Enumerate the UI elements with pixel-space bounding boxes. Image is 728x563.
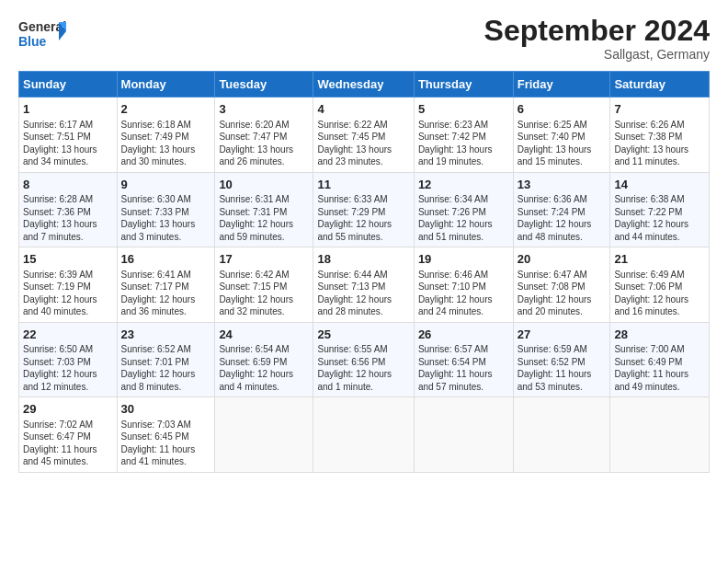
day-info-line: Daylight: 13 hours — [317, 144, 409, 156]
day-number: 30 — [121, 401, 211, 418]
day-number: 4 — [317, 101, 409, 118]
day-info-line: Sunrise: 6:36 AM — [518, 193, 607, 206]
day-info-line: Sunrise: 6:46 AM — [418, 269, 509, 282]
day-info-line: Sunrise: 6:18 AM — [121, 119, 211, 132]
day-info-line: and 44 minutes. — [614, 231, 705, 244]
day-info-line: Sunset: 7:22 PM — [614, 206, 705, 219]
day-info-line: Sunrise: 7:03 AM — [121, 419, 211, 431]
day-info-line: Sunrise: 6:23 AM — [418, 119, 509, 132]
day-info-line: Daylight: 11 hours — [23, 443, 113, 456]
day-info-line: Sunset: 7:13 PM — [317, 281, 409, 293]
day-info-line: Daylight: 13 hours — [418, 144, 509, 156]
table-cell: 25Sunrise: 6:55 AMSunset: 6:56 PMDayligh… — [313, 322, 414, 397]
day-number: 15 — [23, 251, 113, 268]
day-info-line: and 23 minutes. — [317, 155, 409, 168]
day-info-line: Sunset: 7:49 PM — [121, 131, 211, 144]
day-info-line: Sunrise: 6:59 AM — [518, 343, 607, 356]
day-info-line: Daylight: 12 hours — [219, 218, 309, 231]
day-info-line: and 53 minutes. — [518, 381, 607, 394]
day-info-line: Sunset: 7:40 PM — [518, 131, 607, 144]
day-info-line: and 55 minutes. — [317, 231, 409, 244]
day-info-line: Daylight: 12 hours — [121, 293, 211, 306]
day-info-line: Sunrise: 6:44 AM — [317, 269, 409, 282]
day-info-line: and 1 minute. — [317, 381, 409, 394]
table-cell: 16Sunrise: 6:41 AMSunset: 7:17 PMDayligh… — [117, 247, 215, 323]
day-info-line: and 8 minutes. — [121, 381, 211, 394]
day-info-line: Sunrise: 7:00 AM — [614, 343, 705, 356]
day-number: 27 — [518, 327, 607, 343]
day-number: 26 — [418, 327, 509, 343]
day-info-line: and 36 minutes. — [121, 305, 211, 318]
table-cell: 27Sunrise: 6:59 AMSunset: 6:52 PMDayligh… — [513, 322, 610, 397]
table-cell: 7Sunrise: 6:26 AMSunset: 7:38 PMDaylight… — [610, 98, 710, 173]
table-cell: 6Sunrise: 6:25 AMSunset: 7:40 PMDaylight… — [513, 98, 610, 173]
day-info-line: and 40 minutes. — [23, 305, 113, 318]
table-cell: 10Sunrise: 6:31 AMSunset: 7:31 PMDayligh… — [215, 172, 313, 247]
day-info-line: and 57 minutes. — [418, 381, 509, 394]
day-info-line: Daylight: 12 hours — [23, 368, 113, 381]
day-info-line: Sunset: 6:56 PM — [317, 356, 409, 369]
day-info-line: and 11 minutes. — [614, 155, 705, 168]
day-info-line: Daylight: 12 hours — [418, 218, 509, 231]
day-info-line: Daylight: 11 hours — [121, 443, 211, 456]
table-cell — [414, 397, 513, 473]
title-block: September 2024 Sallgast, Germany — [484, 15, 710, 62]
day-info-line: Daylight: 13 hours — [23, 218, 113, 231]
table-cell — [215, 397, 313, 473]
day-number: 12 — [418, 177, 509, 193]
day-info-line: Sunset: 7:19 PM — [23, 281, 113, 293]
day-info-line: Daylight: 13 hours — [121, 218, 211, 231]
day-info-line: and 41 minutes. — [121, 455, 211, 468]
table-cell: 9Sunrise: 6:30 AMSunset: 7:33 PMDaylight… — [117, 172, 215, 247]
logo: General Blue — [18, 15, 66, 61]
day-number: 18 — [317, 251, 409, 268]
day-info-line: and 49 minutes. — [614, 381, 705, 394]
calendar-table: Sunday Monday Tuesday Wednesday Thursday… — [18, 71, 710, 473]
day-info-line: and 30 minutes. — [121, 155, 211, 168]
day-number: 28 — [614, 327, 705, 343]
day-info-line: and 51 minutes. — [418, 231, 509, 244]
day-info-line: Daylight: 11 hours — [418, 368, 509, 381]
day-info-line: and 45 minutes. — [23, 455, 113, 468]
table-cell: 29Sunrise: 7:02 AMSunset: 6:47 PMDayligh… — [19, 397, 118, 473]
day-info-line: Sunrise: 6:31 AM — [219, 193, 309, 206]
day-info-line: Sunset: 7:31 PM — [219, 206, 309, 219]
day-info-line: Daylight: 12 hours — [317, 293, 409, 306]
day-info-line: and 4 minutes. — [219, 381, 309, 394]
day-info-line: Daylight: 13 hours — [614, 144, 705, 156]
table-cell: 1Sunrise: 6:17 AMSunset: 7:51 PMDaylight… — [19, 98, 118, 173]
day-info-line: and 3 minutes. — [121, 231, 211, 244]
day-info-line: Daylight: 12 hours — [219, 368, 309, 381]
table-cell: 11Sunrise: 6:33 AMSunset: 7:29 PMDayligh… — [313, 172, 414, 247]
day-number: 17 — [219, 251, 309, 268]
day-info-line: and 16 minutes. — [614, 305, 705, 318]
page-container: General Blue September 2024 Sallgast, Ge… — [0, 0, 728, 482]
day-info-line: Daylight: 11 hours — [518, 368, 607, 381]
day-info-line: Sunset: 7:51 PM — [23, 131, 113, 144]
day-number: 2 — [121, 101, 211, 118]
header: General Blue September 2024 Sallgast, Ge… — [18, 15, 710, 62]
day-number: 6 — [518, 101, 607, 118]
day-info-line: Sunset: 7:03 PM — [23, 356, 113, 369]
day-info-line: Sunrise: 6:50 AM — [23, 343, 113, 356]
logo-icon: General Blue — [18, 15, 66, 57]
table-cell — [513, 397, 610, 473]
day-info-line: Daylight: 12 hours — [219, 293, 309, 306]
day-info-line: and 48 minutes. — [518, 231, 607, 244]
table-cell: 12Sunrise: 6:34 AMSunset: 7:26 PMDayligh… — [414, 172, 513, 247]
table-cell: 21Sunrise: 6:49 AMSunset: 7:06 PMDayligh… — [610, 247, 710, 323]
table-cell: 20Sunrise: 6:47 AMSunset: 7:08 PMDayligh… — [513, 247, 610, 323]
day-info-line: Sunset: 6:59 PM — [219, 356, 309, 369]
day-info-line: Daylight: 13 hours — [518, 144, 607, 156]
day-number: 3 — [219, 101, 309, 118]
table-cell: 24Sunrise: 6:54 AMSunset: 6:59 PMDayligh… — [215, 322, 313, 397]
day-info-line: Sunrise: 6:25 AM — [518, 119, 607, 132]
day-info-line: Sunrise: 6:38 AM — [614, 193, 705, 206]
table-cell: 22Sunrise: 6:50 AMSunset: 7:03 PMDayligh… — [19, 322, 118, 397]
day-info-line: Sunrise: 6:22 AM — [317, 119, 409, 132]
day-info-line: Sunset: 6:47 PM — [23, 431, 113, 443]
day-info-line: Sunset: 7:26 PM — [418, 206, 509, 219]
day-info-line: Sunset: 6:54 PM — [418, 356, 509, 369]
day-number: 22 — [23, 327, 113, 343]
table-cell: 4Sunrise: 6:22 AMSunset: 7:45 PMDaylight… — [313, 98, 414, 173]
